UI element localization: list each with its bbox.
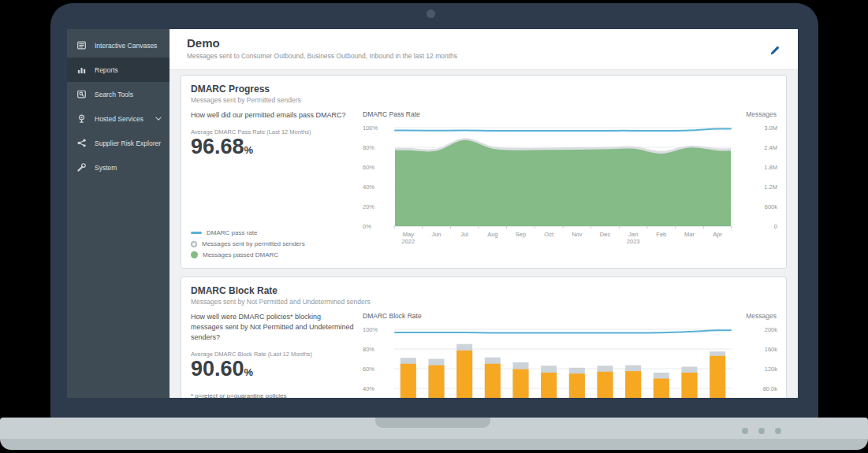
sidebar-item-supplier-risk-explorer[interactable]: Supplier Risk Explorer bbox=[67, 131, 170, 155]
dmarc-pass-rate-chart: 100%3.0M80%2.4M60%1.8M40%1.2M20%600k0%0M… bbox=[363, 121, 778, 260]
metric-value: 96.68% bbox=[191, 136, 355, 159]
svg-text:80%: 80% bbox=[363, 144, 374, 151]
pass-rate-chart-region: DMARC Pass Rate Messages 100%3.0M80%2.4M… bbox=[363, 110, 777, 260]
svg-text:40%: 40% bbox=[363, 184, 374, 191]
sidebar-item-label: Interactive Canvases bbox=[95, 42, 157, 50]
card-title: DMARC Block Rate bbox=[191, 285, 777, 296]
svg-text:2.4M: 2.4M bbox=[764, 144, 777, 151]
svg-text:Nov: Nov bbox=[572, 231, 583, 238]
sidebar-item-search-tools[interactable]: Search Tools bbox=[67, 82, 170, 106]
chevron-down-icon bbox=[155, 117, 162, 121]
legend-item: Messages sent by permitted senders bbox=[191, 240, 355, 247]
policies-footnote: * p=reject or p=quarantine policies bbox=[191, 392, 355, 398]
legend-item: DMARC pass rate bbox=[191, 229, 355, 236]
page-header: Demo Messages sent to Consumer Outbound,… bbox=[170, 29, 798, 70]
dot-swatch bbox=[191, 251, 198, 258]
sidebar-item-label: Supplier Risk Explorer bbox=[95, 139, 161, 147]
svg-text:0%: 0% bbox=[363, 223, 371, 230]
system-wrench-icon bbox=[76, 162, 87, 173]
card-question: How well did our permitted emails pass D… bbox=[191, 110, 355, 121]
base-dot-icon bbox=[775, 428, 781, 434]
svg-text:0: 0 bbox=[774, 223, 777, 230]
svg-text:20%: 20% bbox=[363, 203, 374, 210]
svg-text:1.8M: 1.8M bbox=[764, 164, 777, 171]
svg-text:200k: 200k bbox=[765, 326, 778, 333]
svg-text:Feb: Feb bbox=[656, 231, 666, 238]
main-area: Demo Messages sent to Consumer Outbound,… bbox=[170, 29, 798, 398]
sidebar-item-hosted-services[interactable]: Hosted Services bbox=[67, 106, 170, 131]
svg-text:60%: 60% bbox=[363, 164, 374, 171]
app-screen: Interactive Canvases Reports Search Tool… bbox=[67, 29, 798, 398]
svg-text:Apr: Apr bbox=[713, 231, 722, 238]
svg-text:600k: 600k bbox=[765, 203, 778, 210]
supplier-risk-icon bbox=[76, 138, 87, 148]
card-dmarc-block-rate: DMARC Block Rate Messages sent by Not Pe… bbox=[181, 277, 787, 398]
ring-swatch bbox=[191, 241, 197, 247]
base-dot-icon bbox=[742, 428, 748, 434]
card-subtitle: Messages sent by Permitted senders bbox=[191, 96, 777, 104]
sidebar-item-label: Reports bbox=[95, 66, 118, 74]
chart-title: DMARC Block Rate bbox=[363, 312, 422, 320]
sidebar-item-reports[interactable]: Reports bbox=[67, 58, 170, 82]
reports-bar-chart-icon bbox=[76, 65, 87, 75]
laptop-mockup: Interactive Canvases Reports Search Tool… bbox=[0, 0, 868, 453]
sidebar-item-label: Hosted Services bbox=[95, 115, 143, 123]
line-swatch bbox=[191, 232, 202, 234]
svg-text:Sep: Sep bbox=[516, 231, 526, 238]
svg-text:Mar: Mar bbox=[684, 231, 695, 238]
svg-text:May2022: May2022 bbox=[401, 231, 415, 245]
sidebar: Interactive Canvases Reports Search Tool… bbox=[67, 29, 170, 398]
canvases-icon bbox=[76, 40, 87, 50]
svg-text:Jun: Jun bbox=[431, 231, 441, 238]
chart-right-axis-title: Messages bbox=[746, 110, 777, 118]
content: DMARC Progress Messages sent by Permitte… bbox=[170, 70, 798, 398]
card-title: DMARC Progress bbox=[191, 84, 777, 95]
svg-text:Dec: Dec bbox=[600, 231, 611, 238]
chart-legend: DMARC pass rate Messages sent by permitt… bbox=[191, 229, 355, 258]
dmarc-block-rate-chart: 100%200k80%160k60%120k40%80.0k20%40.0k0%… bbox=[363, 323, 778, 398]
svg-text:80.0k: 80.0k bbox=[763, 385, 778, 392]
page-title: Demo bbox=[187, 36, 766, 50]
svg-text:100%: 100% bbox=[363, 326, 378, 333]
sidebar-item-interactive-canvases[interactable]: Interactive Canvases bbox=[67, 33, 170, 58]
card-dmarc-progress: DMARC Progress Messages sent by Permitte… bbox=[181, 75, 787, 269]
svg-text:40%: 40% bbox=[363, 385, 374, 392]
svg-text:Jan2023: Jan2023 bbox=[627, 231, 640, 245]
svg-text:Oct: Oct bbox=[544, 231, 554, 238]
page-subtitle: Messages sent to Consumer Outbound, Busi… bbox=[187, 52, 766, 60]
pencil-icon bbox=[769, 44, 781, 57]
sidebar-item-system[interactable]: System bbox=[67, 155, 170, 180]
base-dot-icon bbox=[758, 428, 765, 434]
webcam-icon bbox=[427, 9, 435, 18]
svg-text:100%: 100% bbox=[363, 124, 378, 132]
sidebar-item-label: System bbox=[95, 164, 117, 172]
hosted-services-icon bbox=[76, 113, 87, 124]
chart-right-axis-title: Messages bbox=[746, 312, 777, 320]
svg-text:Jul: Jul bbox=[460, 231, 468, 238]
chart-title: DMARC Pass Rate bbox=[363, 110, 420, 118]
metric-value: 90.60% bbox=[191, 358, 355, 381]
card-question: How well were DMARC policies* blocking m… bbox=[191, 312, 355, 343]
block-rate-chart-region: DMARC Block Rate Messages 100%200k80%160… bbox=[363, 312, 777, 398]
card-subtitle: Messages sent by Not Permitted and Undet… bbox=[191, 298, 777, 306]
legend-item: Messages passed DMARC bbox=[191, 251, 355, 258]
sidebar-item-label: Search Tools bbox=[95, 91, 133, 98]
svg-text:160k: 160k bbox=[765, 346, 778, 353]
svg-text:Aug: Aug bbox=[487, 231, 497, 238]
svg-text:1.2M: 1.2M bbox=[764, 184, 777, 191]
svg-text:60%: 60% bbox=[363, 366, 374, 373]
svg-text:3.0M: 3.0M bbox=[764, 124, 777, 132]
search-tools-icon bbox=[76, 89, 87, 99]
edit-report-button[interactable] bbox=[766, 43, 784, 60]
svg-text:120k: 120k bbox=[765, 366, 778, 373]
laptop-base-edge bbox=[0, 439, 868, 450]
laptop-base-notch bbox=[375, 418, 490, 428]
svg-text:80%: 80% bbox=[363, 346, 374, 353]
